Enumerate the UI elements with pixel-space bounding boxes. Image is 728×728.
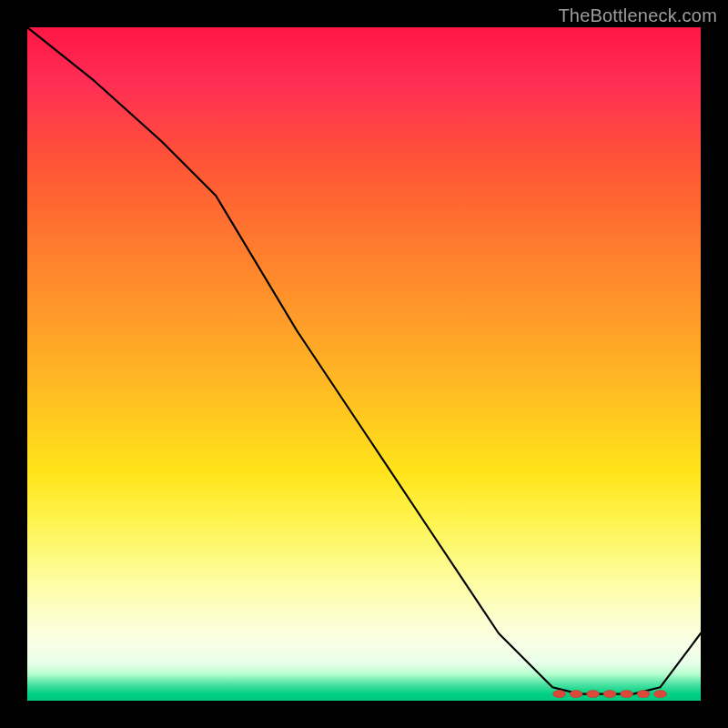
optimal-marker: [587, 691, 600, 698]
optimal-marker: [654, 691, 667, 698]
optimal-marker: [603, 691, 616, 698]
optimal-marker: [570, 691, 582, 698]
chart-overlay-svg: [27, 27, 701, 701]
optimal-marker: [553, 691, 566, 698]
watermark-label: TheBottleneck.com: [558, 5, 717, 26]
optimal-marker: [621, 691, 633, 698]
optimal-marker: [637, 691, 650, 698]
bottleneck-curve-line: [27, 27, 701, 694]
chart-container: TheBottleneck.com: [0, 0, 728, 728]
